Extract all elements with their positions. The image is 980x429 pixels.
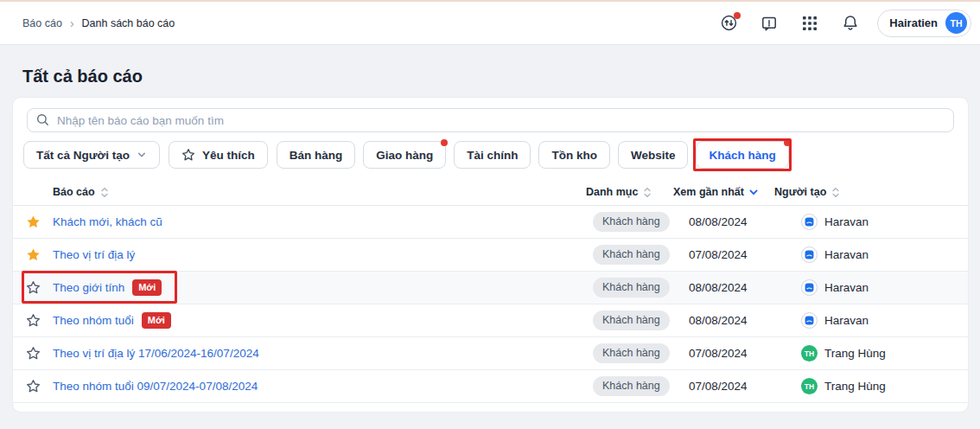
filter-tab-ban-hang[interactable]: Bán hàng bbox=[277, 141, 356, 169]
filter-tab-tai-chinh[interactable]: Tài chính bbox=[454, 141, 531, 169]
alert-dot bbox=[784, 139, 791, 146]
report-link-theo-vi-tri-dia-ly-17-06-2024-16-07-2024[interactable]: Theo vị trí địa lý 17/06/2024-16/07/2024 bbox=[53, 347, 259, 360]
account-avatar: TH bbox=[945, 12, 967, 34]
account-name: Hairatien bbox=[889, 16, 938, 29]
creator-avatar: TH bbox=[801, 378, 818, 394]
tab-label: Tồn kho bbox=[551, 149, 597, 162]
column-label: Xem gần nhất bbox=[673, 186, 744, 198]
favorite-star-toggle[interactable] bbox=[13, 346, 53, 361]
chevron-down-icon bbox=[137, 150, 147, 160]
feedback-button[interactable] bbox=[760, 14, 779, 33]
search-input[interactable] bbox=[27, 108, 954, 132]
filter-tab-giao-hang[interactable]: Giao hàng bbox=[363, 141, 446, 169]
table-body: Khách mới, khách cũ Khách hàng 08/08/202… bbox=[13, 206, 968, 403]
creator-avatar: TH bbox=[801, 345, 818, 362]
activity-history-button[interactable] bbox=[719, 14, 738, 33]
category-badge: Khách hàng bbox=[593, 343, 670, 362]
report-link-theo-nhom-tuoi-09-07-2024-07-08-2024[interactable]: Theo nhóm tuổi 09/07/2024-07/08/2024 bbox=[53, 380, 258, 393]
sort-icon bbox=[831, 187, 840, 198]
star-filled-icon bbox=[26, 214, 41, 229]
topbar: Báo cáo › Danh sách báo cáo bbox=[0, 2, 980, 45]
filter-tab-website[interactable]: Website bbox=[618, 141, 689, 169]
favorite-filter-label: Yêu thích bbox=[202, 149, 255, 162]
creator-name: Trang Hùng bbox=[824, 347, 886, 360]
table-row[interactable]: Theo nhóm tuổi Mới Khách hàng 08/08/2024… bbox=[13, 304, 968, 337]
filter-tab-ton-kho[interactable]: Tồn kho bbox=[538, 141, 610, 169]
category-badge: Khách hàng bbox=[593, 311, 670, 330]
column-label: Người tạo bbox=[774, 186, 826, 198]
reports-card: Tất cả Người tạo Yêu thích Bán hàng Giao… bbox=[12, 97, 969, 413]
breadcrumb-danh-sach-bao-cao[interactable]: Danh sách báo cáo bbox=[82, 17, 175, 29]
favorite-filter-button[interactable]: Yêu thích bbox=[169, 141, 268, 169]
new-badge: Mới bbox=[132, 279, 162, 295]
tab-label: Website bbox=[631, 149, 676, 162]
filter-row: Tất cả Người tạo Yêu thích Bán hàng Giao… bbox=[23, 141, 968, 169]
feedback-icon bbox=[760, 15, 778, 32]
column-label: Danh mục bbox=[586, 186, 638, 198]
search-bar bbox=[27, 108, 954, 132]
column-header-xem-gan-nhat[interactable]: Xem gần nhất bbox=[673, 186, 774, 198]
table-row[interactable]: Theo giới tính Mới Khách hàng 08/08/2024… bbox=[13, 272, 968, 304]
topbar-actions: Hairatien TH bbox=[719, 10, 971, 37]
star-filled-icon bbox=[26, 247, 41, 262]
favorite-star-toggle[interactable] bbox=[13, 379, 53, 394]
tab-label: Khách hàng bbox=[709, 149, 775, 162]
favorite-star-toggle[interactable] bbox=[13, 280, 53, 295]
creator-name: Haravan bbox=[824, 281, 869, 294]
bell-icon bbox=[842, 14, 859, 32]
tab-label: Giao hàng bbox=[376, 149, 433, 162]
tab-label: Bán hàng bbox=[290, 149, 343, 162]
category-badge: Khách hàng bbox=[593, 245, 670, 264]
column-header-bao-cao[interactable]: Báo cáo bbox=[53, 186, 586, 198]
haravan-logo-avatar bbox=[801, 214, 818, 230]
creator-name: Haravan bbox=[824, 248, 869, 261]
sort-icon bbox=[100, 187, 109, 198]
creator-filter-dropdown[interactable]: Tất cả Người tạo bbox=[23, 141, 160, 169]
filter-tab-khach-hang[interactable]: Khách hàng bbox=[696, 141, 788, 169]
apps-button[interactable] bbox=[800, 14, 819, 33]
tab-label: Tài chính bbox=[467, 149, 518, 162]
last-viewed-date: 07/08/2024 bbox=[673, 347, 774, 360]
creator-cell: Haravan bbox=[774, 279, 968, 296]
column-label: Báo cáo bbox=[53, 186, 95, 198]
category-badge: Khách hàng bbox=[593, 212, 670, 231]
last-viewed-date: 07/08/2024 bbox=[673, 380, 774, 393]
star-outline-icon bbox=[26, 313, 41, 328]
creator-cell: Haravan bbox=[774, 214, 968, 230]
report-link-theo-nhom-tuoi[interactable]: Theo nhóm tuổi bbox=[53, 314, 134, 327]
column-header-danh-muc[interactable]: Danh mục bbox=[586, 186, 673, 198]
chevron-right-icon: › bbox=[70, 17, 74, 29]
favorite-star-toggle[interactable] bbox=[13, 247, 53, 262]
column-header-nguoi-tao[interactable]: Người tạo bbox=[774, 186, 968, 198]
notifications-button[interactable] bbox=[841, 14, 860, 33]
table-row[interactable]: Khách mới, khách cũ Khách hàng 08/08/202… bbox=[13, 206, 968, 239]
breadcrumb-bao-cao[interactable]: Báo cáo bbox=[22, 17, 62, 29]
creator-name: Haravan bbox=[824, 215, 869, 228]
last-viewed-date: 08/08/2024 bbox=[673, 215, 774, 228]
report-link-khach-moi-khach-cu[interactable]: Khách mới, khách cũ bbox=[53, 215, 162, 228]
creator-cell: TH Trang Hùng bbox=[774, 378, 968, 394]
creator-cell: Haravan bbox=[774, 247, 968, 263]
report-link-theo-gioi-tinh[interactable]: Theo giới tính bbox=[53, 281, 124, 294]
creator-cell: TH Trang Hùng bbox=[774, 345, 968, 362]
haravan-logo-avatar bbox=[801, 312, 818, 329]
report-link-theo-vi-tri-dia-ly[interactable]: Theo vị trí địa lý bbox=[53, 248, 135, 261]
star-outline-icon bbox=[26, 346, 41, 361]
new-badge: Mới bbox=[142, 312, 171, 328]
star-outline-icon bbox=[26, 280, 41, 295]
table-row[interactable]: Theo vị trí địa lý Khách hàng 07/08/2024… bbox=[13, 239, 968, 272]
favorite-star-toggle[interactable] bbox=[13, 313, 53, 328]
account-menu-button[interactable]: Hairatien TH bbox=[877, 10, 971, 37]
last-viewed-date: 07/08/2024 bbox=[673, 248, 774, 261]
category-tabs: Bán hàng Giao hàng Tài chính Tồn kho Web… bbox=[277, 141, 789, 169]
sort-desc-icon bbox=[749, 189, 758, 195]
last-viewed-date: 08/08/2024 bbox=[673, 314, 774, 327]
haravan-logo-avatar bbox=[801, 247, 818, 263]
table-header: Báo cáo Danh mục Xem gần nhất Người tạo bbox=[13, 179, 968, 206]
page-title: Tất cả báo cáo bbox=[22, 67, 980, 85]
table-row[interactable]: Theo vị trí địa lý 17/06/2024-16/07/2024… bbox=[13, 337, 968, 370]
favorite-star-toggle[interactable] bbox=[13, 214, 53, 229]
star-outline-icon bbox=[181, 148, 195, 162]
table-row[interactable]: Theo nhóm tuổi 09/07/2024-07/08/2024 Khá… bbox=[13, 370, 968, 403]
star-outline-icon bbox=[26, 379, 41, 394]
